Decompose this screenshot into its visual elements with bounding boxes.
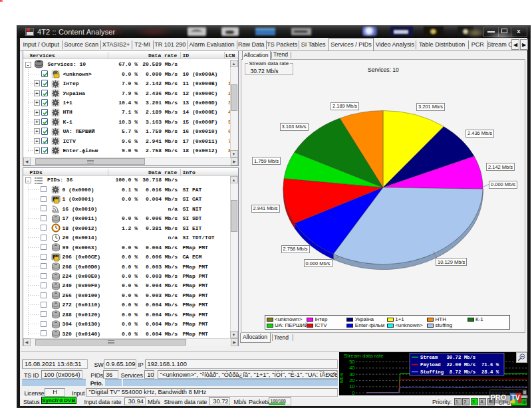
svg-text:50: 50 (349, 359, 354, 365)
svg-text:Mb/s: Mb/s (339, 372, 344, 383)
svg-text:0: 0 (352, 389, 354, 395)
svg-text:Payload 22.00 Mb/s 71.6 %: Payload 22.00 Mb/s 71.6 % (420, 362, 499, 367)
svg-text:TV: TV (511, 393, 519, 401)
svg-text:10: 10 (349, 383, 354, 389)
svg-text:Stream data rate: Stream data rate (344, 353, 384, 359)
svg-text:Stream 30.72 Mb/s: Stream 30.72 Mb/s (420, 355, 481, 360)
svg-text:30: 30 (349, 371, 354, 377)
svg-text:40: 40 (349, 365, 354, 371)
svg-text:Stuffing 8.72 Mb/s 28.4 %: Stuffing 8.72 Mb/s 28.4 % (420, 369, 499, 375)
svg-text:20: 20 (349, 377, 354, 383)
